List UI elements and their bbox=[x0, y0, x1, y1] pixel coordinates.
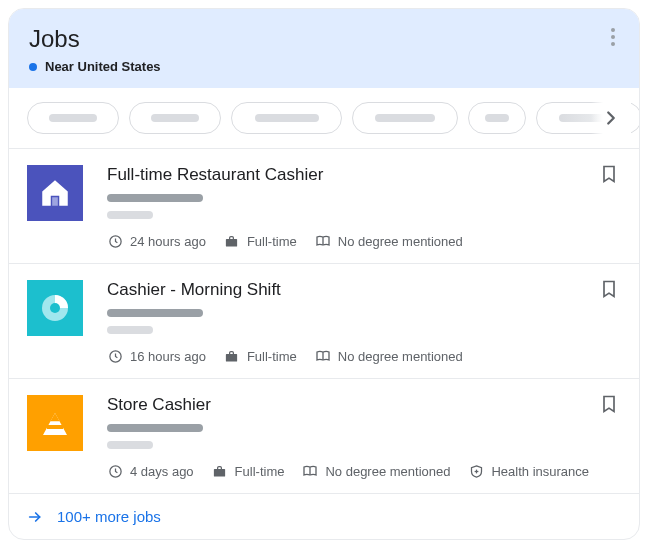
book-icon bbox=[302, 463, 318, 479]
filter-chip[interactable] bbox=[129, 102, 221, 134]
briefcase-icon bbox=[224, 348, 240, 364]
filter-chips-row bbox=[9, 88, 639, 149]
company-logo bbox=[27, 395, 83, 451]
meta-posted-text: 24 hours ago bbox=[130, 234, 206, 249]
company-logo bbox=[27, 165, 83, 221]
briefcase-icon bbox=[224, 233, 240, 249]
filter-chip[interactable] bbox=[352, 102, 458, 134]
company-logo bbox=[27, 280, 83, 336]
more-options-icon[interactable] bbox=[601, 25, 625, 49]
clock-icon bbox=[107, 233, 123, 249]
donut-icon bbox=[37, 290, 73, 326]
book-icon bbox=[315, 233, 331, 249]
bookmark-icon bbox=[599, 393, 619, 415]
meta-posted: 4 days ago bbox=[107, 463, 194, 479]
job-item[interactable]: Cashier - Morning Shift 16 hours ago Ful… bbox=[9, 264, 639, 379]
card-header: Jobs Near United States bbox=[9, 9, 639, 88]
chevron-right-icon bbox=[600, 107, 622, 129]
meta-degree: No degree mentioned bbox=[315, 233, 463, 249]
svg-rect-2 bbox=[226, 239, 237, 247]
svg-point-5 bbox=[50, 303, 60, 313]
briefcase-icon bbox=[212, 463, 228, 479]
pyramid-icon bbox=[37, 405, 73, 441]
svg-rect-11 bbox=[47, 425, 63, 429]
arrow-right-icon bbox=[27, 509, 43, 525]
bookmark-button[interactable] bbox=[599, 393, 623, 417]
meta-posted-text: 16 hours ago bbox=[130, 349, 206, 364]
job-item[interactable]: Store Cashier 4 days ago Full-time bbox=[9, 379, 639, 494]
svg-rect-13 bbox=[214, 469, 225, 477]
house-icon bbox=[38, 176, 72, 210]
bookmark-icon bbox=[599, 163, 619, 185]
company-placeholder bbox=[107, 424, 203, 432]
bookmark-icon bbox=[599, 278, 619, 300]
location-dot-icon bbox=[29, 63, 37, 71]
meta-type-text: Full-time bbox=[247, 234, 297, 249]
job-title: Cashier - Morning Shift bbox=[107, 280, 623, 300]
company-placeholder bbox=[107, 309, 203, 317]
meta-posted: 16 hours ago bbox=[107, 348, 206, 364]
meta-posted-text: 4 days ago bbox=[130, 464, 194, 479]
book-icon bbox=[315, 348, 331, 364]
meta-type-text: Full-time bbox=[247, 349, 297, 364]
job-content: Cashier - Morning Shift 16 hours ago Ful… bbox=[107, 280, 623, 364]
clock-icon bbox=[107, 463, 123, 479]
job-meta-row: 4 days ago Full-time No degree mentioned bbox=[107, 463, 623, 479]
clock-icon bbox=[107, 348, 123, 364]
meta-type: Full-time bbox=[212, 463, 285, 479]
meta-type-text: Full-time bbox=[235, 464, 285, 479]
meta-benefit: Health insurance bbox=[468, 463, 589, 479]
job-content: Store Cashier 4 days ago Full-time bbox=[107, 395, 623, 479]
job-meta-row: 16 hours ago Full-time No degree mention… bbox=[107, 348, 623, 364]
job-title: Full-time Restaurant Cashier bbox=[107, 165, 623, 185]
bookmark-button[interactable] bbox=[599, 278, 623, 302]
location-row[interactable]: Near United States bbox=[29, 59, 619, 74]
meta-posted: 24 hours ago bbox=[107, 233, 206, 249]
meta-degree-text: No degree mentioned bbox=[338, 349, 463, 364]
jobs-card: Jobs Near United States Full-time Restau… bbox=[8, 8, 640, 540]
svg-rect-0 bbox=[52, 197, 58, 206]
location-placeholder bbox=[107, 441, 153, 449]
job-title: Store Cashier bbox=[107, 395, 623, 415]
location-text: Near United States bbox=[45, 59, 161, 74]
filter-chip[interactable] bbox=[27, 102, 119, 134]
job-item[interactable]: Full-time Restaurant Cashier 24 hours ag… bbox=[9, 149, 639, 264]
meta-degree: No degree mentioned bbox=[315, 348, 463, 364]
meta-type: Full-time bbox=[224, 233, 297, 249]
location-placeholder bbox=[107, 211, 153, 219]
job-meta-row: 24 hours ago Full-time No degree mention… bbox=[107, 233, 623, 249]
shield-icon bbox=[468, 463, 484, 479]
meta-degree-text: No degree mentioned bbox=[325, 464, 450, 479]
svg-rect-7 bbox=[226, 354, 237, 362]
job-content: Full-time Restaurant Cashier 24 hours ag… bbox=[107, 165, 623, 249]
meta-type: Full-time bbox=[224, 348, 297, 364]
meta-benefit-text: Health insurance bbox=[491, 464, 589, 479]
filter-chip[interactable] bbox=[231, 102, 342, 134]
scroll-right-button[interactable] bbox=[591, 88, 631, 148]
more-jobs-text: 100+ more jobs bbox=[57, 508, 161, 525]
filter-chip[interactable] bbox=[468, 102, 526, 134]
card-title: Jobs bbox=[29, 25, 619, 53]
company-placeholder bbox=[107, 194, 203, 202]
meta-degree: No degree mentioned bbox=[302, 463, 450, 479]
more-jobs-link[interactable]: 100+ more jobs bbox=[9, 494, 639, 539]
meta-degree-text: No degree mentioned bbox=[338, 234, 463, 249]
bookmark-button[interactable] bbox=[599, 163, 623, 187]
location-placeholder bbox=[107, 326, 153, 334]
svg-marker-10 bbox=[50, 413, 59, 421]
